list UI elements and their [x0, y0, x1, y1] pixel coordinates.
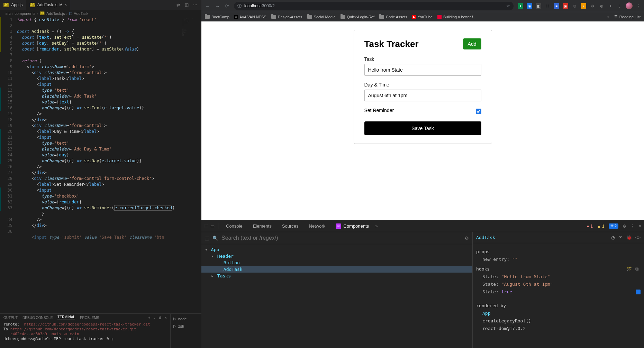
devtools-tab-components[interactable]: ⚛ Components: [332, 220, 373, 232]
extension-icon[interactable]: ⚙: [590, 3, 595, 9]
edit-badge-icon[interactable]: [636, 290, 641, 294]
extension-icon[interactable]: ◎: [572, 3, 577, 9]
inspect-dom-icon[interactable]: 👁: [618, 235, 623, 240]
extension-icon[interactable]: ✦: [518, 3, 523, 9]
breadcrumb-item[interactable]: AddTask.js: [46, 11, 65, 16]
chevron-down-icon[interactable]: ⌄: [153, 316, 156, 320]
menu-icon[interactable]: ⋮: [617, 3, 622, 9]
terminal-tab-problems[interactable]: PROBLEMS: [80, 316, 99, 320]
back-icon[interactable]: ←: [205, 3, 210, 9]
compare-changes-icon[interactable]: ⇄: [176, 2, 181, 7]
youtube-icon: ▶: [412, 15, 416, 19]
forward-icon[interactable]: →: [215, 3, 220, 9]
reload-icon[interactable]: ⟳: [224, 3, 230, 9]
breadcrumb-item[interactable]: src: [6, 11, 11, 16]
extension-icon[interactable]: ◧: [536, 3, 541, 9]
error-badge[interactable]: ● 1: [587, 224, 593, 229]
extension-icon[interactable]: ■: [554, 3, 559, 9]
suspend-icon[interactable]: ◔: [611, 235, 615, 240]
debug-icon[interactable]: 🐞: [626, 235, 632, 240]
bookmarks-bar: BootCamp AAVA VAN NESS Design-Assets Soc…: [201, 12, 644, 21]
breadcrumb-item[interactable]: AddTask: [74, 11, 88, 16]
address-bar[interactable]: ⓘ localhost:3000/? ☆: [234, 2, 514, 10]
message-badge[interactable]: ✚ 2: [609, 223, 618, 229]
copy-icon[interactable]: ⧉: [635, 265, 638, 273]
close-icon[interactable]: ×: [64, 2, 67, 7]
bookmark-item[interactable]: Building a better f…: [437, 15, 477, 19]
reminder-checkbox[interactable]: [476, 109, 481, 114]
kebab-icon[interactable]: ⋮: [636, 3, 641, 9]
star-icon[interactable]: ☆: [506, 3, 510, 8]
split-editor-icon[interactable]: ◫: [185, 2, 190, 7]
folder-icon: [341, 15, 345, 19]
add-button[interactable]: Add: [463, 38, 481, 49]
wand-icon[interactable]: 🪄: [626, 265, 632, 273]
profile-avatar[interactable]: [626, 2, 633, 9]
close-icon[interactable]: ×: [165, 316, 167, 320]
tree-item-header[interactable]: ▾ Header: [201, 253, 472, 259]
extension-icon[interactable]: ◐: [599, 3, 604, 9]
trash-icon[interactable]: 🗑: [158, 316, 162, 320]
minimap[interactable]: import useState from reactconst AddTaskc…: [181, 17, 201, 69]
vscode-pane: JS App.js JS AddTask.js M × ⇄ ◫ ⋯ src› c…: [0, 0, 201, 348]
bookmark-item[interactable]: Quick-Login-Ref: [341, 15, 374, 19]
extension-icon[interactable]: ▣: [563, 3, 568, 9]
breadcrumb-item[interactable]: components: [15, 11, 35, 16]
view-source-icon[interactable]: <>: [635, 235, 641, 240]
bookmark-item[interactable]: Design-Assets: [271, 15, 302, 19]
terminal-panel: OUTPUT DEBUG CONSOLE TERMINAL PROBLEMS +…: [0, 313, 201, 348]
bookmark-item[interactable]: ▶YouTube: [412, 15, 433, 19]
breadcrumb[interactable]: src› components› JS AddTask.js› ▢ AddTas…: [0, 10, 201, 17]
settings-icon[interactable]: ⚙: [465, 236, 469, 241]
terminal-instance-node[interactable]: ▷node: [172, 315, 200, 322]
save-task-button[interactable]: Save Task: [364, 121, 481, 135]
devtools-tab-sources[interactable]: Sources: [278, 220, 303, 232]
devtools-tab-network[interactable]: Network: [305, 220, 330, 232]
settings-icon[interactable]: ⚙: [623, 224, 626, 229]
code-content[interactable]: import { useState } from 'react' const A…: [17, 17, 201, 313]
editor-tab-addtaskjs[interactable]: JS AddTask.js M ×: [26, 0, 71, 10]
code-editor[interactable]: 1234567891011121314151617181920212223242…: [0, 17, 201, 313]
bookmark-item[interactable]: AAVA VAN NESS: [234, 15, 266, 19]
tree-item-button[interactable]: Button: [201, 259, 472, 266]
select-element-icon[interactable]: ⬚: [205, 236, 209, 241]
bookmark-item[interactable]: Code Assets: [379, 15, 407, 19]
bookmarks-overflow-icon[interactable]: »: [607, 15, 609, 19]
tree-item-addtask[interactable]: AddTask: [201, 266, 472, 273]
terminal-tabs: OUTPUT DEBUG CONSOLE TERMINAL PROBLEMS +…: [0, 314, 170, 321]
new-terminal-icon[interactable]: +: [148, 316, 150, 320]
extension-icon[interactable]: ☷: [545, 3, 550, 9]
tree-item-tasks[interactable]: ▸ Tasks: [201, 273, 472, 279]
terminal-tab-output[interactable]: OUTPUT: [3, 316, 18, 320]
warning-badge[interactable]: ▲ 1: [597, 224, 605, 229]
bookmark-item[interactable]: BootCamp: [205, 15, 229, 19]
rendered-by-link[interactable]: App: [476, 310, 641, 317]
reading-list-button[interactable]: ☰Reading List: [614, 15, 641, 19]
more-icon[interactable]: ⋯: [193, 2, 198, 7]
terminal-output[interactable]: remote: https://github.com/dcbeergoddess…: [0, 321, 170, 348]
extension-icon[interactable]: ◉: [527, 3, 532, 9]
terminal-tab-debug[interactable]: DEBUG CONSOLE: [22, 316, 53, 320]
devtools-tab-elements[interactable]: Elements: [249, 220, 276, 232]
url-host: localhost:: [244, 3, 262, 8]
terminal-instance-zsh[interactable]: ▷zsh: [172, 322, 200, 330]
bookmark-item[interactable]: Social Media: [307, 15, 336, 19]
day-input[interactable]: [364, 90, 481, 101]
devtools-tab-console[interactable]: Console: [222, 220, 247, 232]
more-tabs-icon[interactable]: »: [375, 223, 378, 229]
terminal-tab-terminal[interactable]: TERMINAL: [57, 315, 75, 320]
extensions-menu-icon[interactable]: ✦: [608, 3, 613, 9]
tree-item-app[interactable]: ▾ App: [201, 246, 472, 253]
day-label: Day & Time: [364, 82, 481, 88]
task-input[interactable]: [364, 64, 481, 76]
component-search-input[interactable]: [221, 235, 461, 241]
editor-tab-appjs[interactable]: JS App.js: [0, 0, 26, 10]
kebab-icon[interactable]: ⋮: [631, 224, 635, 229]
info-icon[interactable]: ⓘ: [237, 3, 242, 9]
inspect-icon[interactable]: ⬚: [204, 223, 208, 229]
folder-icon: [379, 15, 384, 19]
extension-icon[interactable]: ●: [581, 3, 586, 9]
modified-indicator: M: [60, 3, 62, 7]
close-icon[interactable]: ×: [639, 224, 641, 229]
device-toggle-icon[interactable]: ▭: [210, 223, 215, 229]
